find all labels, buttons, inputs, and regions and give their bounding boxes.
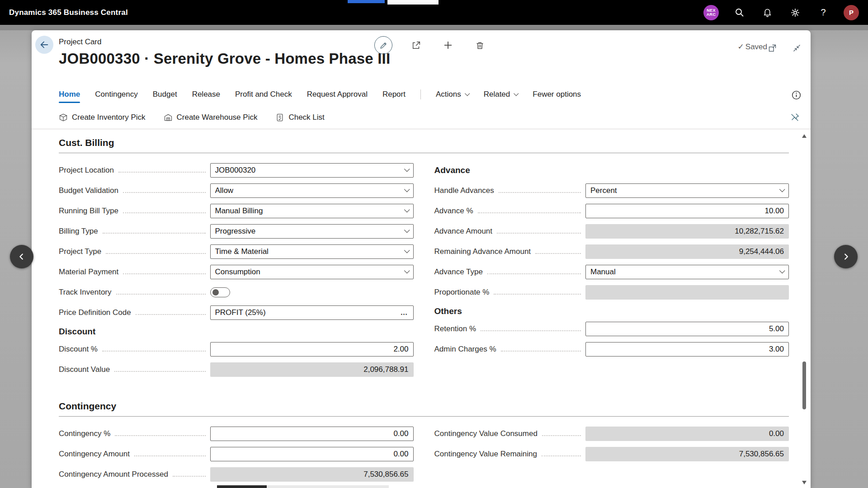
admin-charges-pct-input[interactable] — [585, 342, 789, 357]
scroll-up-arrow-icon[interactable] — [802, 134, 807, 138]
remaining-advance-amount-field: 9,254,444.06 — [585, 244, 789, 259]
field-row-retention-pct: Retention % — [434, 322, 789, 336]
browser-edge-artifact-blue — [348, 0, 385, 3]
advance-pct-input[interactable] — [585, 204, 789, 218]
retention-pct-input[interactable] — [585, 322, 789, 336]
project-location-value: JOB000320 — [215, 166, 256, 175]
org-badge-line2: ARC — [707, 13, 716, 17]
field-row-project-type: Project Type Time & Material — [59, 244, 414, 259]
billing-type-value: Progressive — [215, 227, 256, 236]
org-badge[interactable]: NEX ARC — [703, 5, 719, 20]
user-avatar[interactable]: P — [844, 5, 859, 20]
budget-validation-value: Allow — [215, 186, 234, 195]
field-row-material-payment: Material Payment Consumption — [59, 265, 414, 279]
tab-contingency[interactable]: Contingency — [95, 90, 138, 99]
pin-slash-icon — [790, 113, 800, 122]
advance-type-select[interactable]: Manual — [585, 265, 789, 279]
dotted-leader — [136, 314, 206, 315]
info-button[interactable] — [791, 89, 802, 100]
open-in-window-button[interactable] — [764, 40, 780, 56]
tab-actions[interactable]: Actions — [436, 90, 469, 99]
dotted-leader — [123, 192, 205, 193]
billing-type-select[interactable]: Progressive — [210, 224, 414, 239]
info-icon — [792, 90, 801, 100]
discount-pct-input[interactable] — [210, 342, 414, 357]
material-payment-select[interactable]: Consumption — [210, 265, 414, 279]
assist-edit-icon[interactable]: … — [401, 309, 409, 317]
field-row-advance-amount: Advance Amount 10,282,715.62 — [434, 224, 789, 239]
advance-pct-label: Advance % — [434, 206, 473, 216]
unpin-action-bar-button[interactable] — [790, 112, 802, 123]
dotted-leader — [481, 330, 581, 331]
contingency-amount-processed-text: 7,530,856.65 — [363, 470, 408, 479]
create-warehouse-pick-button[interactable]: Create Warehouse Pick — [164, 113, 258, 122]
dotted-leader — [116, 294, 206, 295]
running-bill-type-select[interactable]: Manual Billing — [210, 204, 414, 218]
share-icon — [411, 40, 421, 50]
vertical-scrollbar[interactable] — [801, 133, 808, 485]
project-type-select[interactable]: Time & Material — [210, 244, 414, 259]
contingency-amount-input[interactable] — [210, 447, 414, 461]
budget-validation-select[interactable]: Allow — [210, 183, 414, 198]
discount-pct-label: Discount % — [59, 345, 98, 354]
field-row-budget-validation: Budget Validation Allow — [59, 183, 414, 198]
chevron-right-icon — [841, 252, 851, 262]
tab-profit-and-check[interactable]: Profit and Check — [235, 90, 292, 99]
track-inventory-toggle[interactable] — [210, 287, 230, 297]
handle-advances-select[interactable]: Percent — [585, 183, 789, 198]
advance-amount-text: 10,282,715.62 — [735, 227, 784, 236]
chevron-down-icon — [404, 186, 410, 192]
contingency-value-remaining-text: 7,530,856.65 — [739, 450, 784, 459]
chevron-down-icon — [404, 166, 410, 172]
previous-record-button[interactable] — [10, 245, 33, 268]
settings-button[interactable] — [788, 5, 803, 20]
price-definition-code-field[interactable]: PROFIT (25%) … — [210, 305, 414, 320]
scrollbar-thumb[interactable] — [802, 361, 806, 409]
tab-home[interactable]: Home — [59, 90, 80, 99]
notifications-button[interactable] — [760, 5, 775, 20]
dotted-leader — [542, 455, 581, 456]
search-button[interactable] — [731, 5, 747, 20]
admin-charges-pct-label: Admin Charges % — [434, 345, 496, 354]
save-status-label: Saved — [745, 42, 767, 52]
check-icon: ✓ — [738, 42, 744, 52]
contingency-amount-processed-label: Contingency Amount Processed — [59, 470, 168, 479]
back-button[interactable] — [35, 36, 53, 54]
edit-button[interactable] — [374, 36, 392, 54]
new-record-button[interactable] — [440, 38, 456, 53]
tab-request-approval[interactable]: Request Approval — [307, 90, 368, 99]
contingency-pct-input[interactable] — [210, 427, 414, 441]
tab-fewer-options[interactable]: Fewer options — [533, 90, 581, 99]
tab-release[interactable]: Release — [192, 90, 220, 99]
collapse-view-button[interactable] — [789, 40, 804, 56]
tab-related[interactable]: Related — [484, 90, 518, 99]
delete-button[interactable] — [472, 38, 487, 53]
toggle-knob — [212, 289, 219, 296]
proportionate-pct-field — [585, 285, 789, 300]
field-row-billing-type: Billing Type Progressive — [59, 224, 414, 239]
dotted-leader — [487, 273, 581, 274]
field-row-discount-pct: Discount % — [59, 342, 414, 357]
share-button[interactable] — [409, 38, 424, 53]
price-definition-code-value: PROFIT (25%) — [215, 308, 266, 317]
field-row-proportionate-pct: Proportionate % — [434, 285, 789, 300]
advance-amount-label: Advance Amount — [434, 227, 493, 236]
dotted-leader — [103, 233, 206, 234]
discount-value-text: 2,096,788.91 — [363, 365, 408, 374]
discount-value-label: Discount Value — [59, 365, 110, 374]
proportionate-pct-label: Proportionate % — [434, 288, 490, 297]
scroll-down-arrow-icon[interactable] — [802, 481, 807, 484]
field-row-contingency-value-consumed: Contingency Value Consumed 0.00 — [434, 427, 789, 441]
action-label: Create Warehouse Pick — [177, 113, 258, 122]
help-button[interactable]: ? — [816, 5, 831, 20]
create-inventory-pick-button[interactable]: Create Inventory Pick — [59, 113, 146, 122]
project-card: Project Card JOB000330 · Serenity Grove … — [32, 30, 811, 488]
tab-budget[interactable]: Budget — [153, 90, 177, 99]
dotted-leader — [497, 233, 581, 234]
next-record-button[interactable] — [834, 245, 858, 268]
tab-report[interactable]: Report — [382, 90, 406, 99]
check-list-button[interactable]: Check List — [275, 113, 324, 122]
advance-subheading: Advance — [434, 163, 789, 178]
project-location-select[interactable]: JOB000320 — [210, 163, 414, 178]
chevron-down-icon — [404, 267, 410, 273]
